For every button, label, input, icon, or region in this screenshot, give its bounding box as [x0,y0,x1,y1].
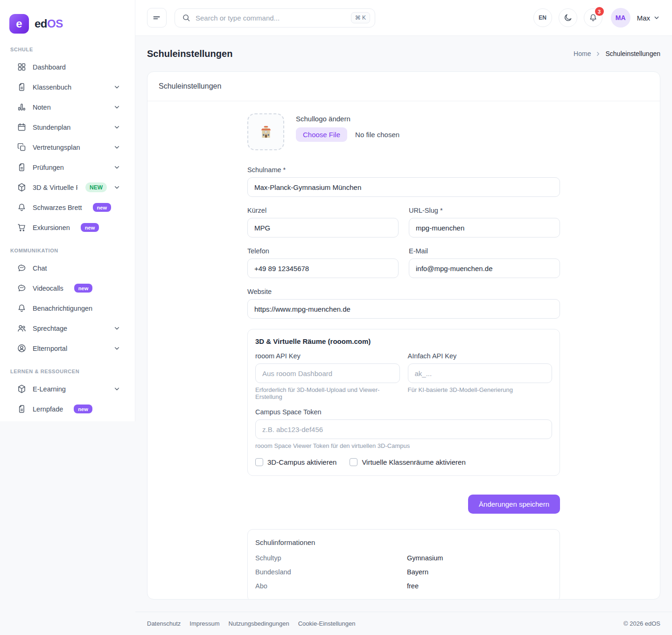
new-badge: new [93,203,111,212]
sidebar-item-exkursionen[interactable]: Exkursionen new [9,217,126,237]
breadcrumb-home-link[interactable]: Home [574,50,591,57]
campus-token-hint: rooom Space Viewer Token für den virtuel… [255,442,552,449]
breadcrumb: Home Schuleinstellungen [574,50,660,57]
checkbox-3d-campus: 3D-Campus aktivieren [255,458,336,466]
logo-label: Schullogo ändern [296,115,399,123]
schulname-label: Schulname * [247,166,560,174]
sidebar-item-3d-virtuelle-raeume[interactable]: 3D & Virtuelle Räu NEW [9,177,126,197]
sidebar-item-klassenbuch[interactable]: Klassenbuch [9,77,126,97]
website-input[interactable] [247,299,560,319]
footer-link-nutzungsbedingungen[interactable]: Nutzungsbedingungen [229,620,289,627]
user-menu[interactable]: Max [637,14,660,22]
school-info-panel: Schulinformationen Schultyp Gymnasium Bu… [247,529,560,600]
chat-icon [17,283,27,293]
field-campus-token: Campus Space Token rooom Space Viewer To… [255,408,552,449]
document-icon [17,404,27,414]
field-telefon: Telefon [247,247,399,278]
campus-token-input[interactable] [255,419,552,439]
field-schulname: Schulname * [247,166,560,197]
topbar-actions: EN 3 MA Max [533,8,660,28]
avatar[interactable]: MA [611,8,630,28]
info-row-schultyp: Schultyp Gymnasium [255,551,552,565]
bell-icon [17,202,27,212]
sidebar-item-videocalls[interactable]: Videocalls new [9,278,126,298]
chevron-down-icon [113,385,121,393]
save-button[interactable]: Änderungen speichern [468,495,560,514]
choose-file-button[interactable]: Choose File [296,127,347,142]
rooom-panel: 3D & Virtuelle Räume (rooom.com) rooom A… [247,329,560,476]
cart-icon [17,223,27,232]
cube-icon [17,384,27,394]
brand-name: edOS [35,17,63,30]
new-badge: new [81,223,99,232]
sidebar-item-schwarzes-brett[interactable]: Schwarzes Brett new [9,197,126,217]
ainfach-api-hint: Für KI-basierte 3D-Modell-Generierung [408,386,553,393]
menu-icon [152,13,162,23]
footer-link-cookie-einstellungen[interactable]: Cookie-Einstellungen [298,620,356,627]
copyright-text: © 2026 edOS [623,620,660,627]
sidebar-item-dashboard[interactable]: Dashboard [9,57,126,77]
chevron-down-icon [653,14,660,21]
chat-icon [17,263,27,273]
schulname-input[interactable] [247,177,560,197]
sidebar-toggle-button[interactable] [147,8,167,28]
new-badge: new [74,284,92,293]
language-button[interactable]: EN [533,8,552,27]
3d-campus-checkbox[interactable] [255,458,263,466]
rooom-api-hint: Erforderlich für 3D-Modell-Upload und Vi… [255,386,400,400]
campus-token-label: Campus Space Token [255,408,552,416]
chevron-down-icon [113,123,121,131]
field-kuerzel: Kürzel [247,207,399,237]
notification-count-badge: 3 [595,7,604,16]
chevron-down-icon [113,103,121,111]
search-input[interactable] [196,14,346,22]
virtuelle-klassenraeume-checkbox[interactable] [350,458,357,466]
field-ainfach-api-key: AInfach API Key Für KI-basierte 3D-Model… [408,352,553,400]
sidebar-item-pruefungen[interactable]: Prüfungen [9,157,126,177]
card-title: Schuleinstellungen [147,72,660,101]
sidebar-item-sprechtage[interactable]: Sprechtage [9,318,126,338]
sidebar-item-lernpfade[interactable]: Lernpfade new [9,399,126,419]
brand-icon: e [9,14,29,34]
moon-icon [563,13,573,22]
field-email: E-Mail [409,247,560,278]
sidebar-section-kommunikation: KOMMUNIKATION [10,248,126,253]
footer-link-impressum[interactable]: Impressum [189,620,219,627]
sidebar-item-stundenplan[interactable]: Stundenplan [9,117,126,137]
field-rooom-api-key: rooom API Key Erforderlich für 3D-Modell… [255,352,400,400]
telefon-input[interactable] [247,258,399,278]
page-header: Schuleinstellungen Home Schuleinstellung… [135,36,672,71]
user-circle-icon [17,343,27,353]
email-input[interactable] [409,258,560,278]
url-slug-label: URL-Slug * [409,207,560,214]
chevron-down-icon [113,324,121,332]
dark-mode-button[interactable] [559,8,577,27]
virtuelle-klassenraeume-checkbox-label: Virtuelle Klassenräume aktivieren [362,458,465,466]
rooom-api-input[interactable] [255,363,400,383]
school-logo-section: Schullogo ändern Choose File No file cho… [247,113,560,150]
footer-link-datenschutz[interactable]: Datenschutz [147,620,181,627]
brand-logo[interactable]: e edOS [9,14,126,34]
url-slug-input[interactable] [409,218,560,237]
chevron-down-icon [113,183,121,191]
kuerzel-input[interactable] [247,218,399,237]
new-badge: new [74,405,92,413]
breadcrumb-current: Schuleinstellungen [605,50,660,57]
sidebar-item-benachrichtigungen[interactable]: Benachrichtigungen [9,298,126,318]
notifications-button[interactable]: 3 [584,8,602,27]
bar-chart-icon [17,102,27,112]
footer: Datenschutz Impressum Nutzungsbedingunge… [135,612,672,635]
chevron-down-icon [113,163,121,171]
sidebar-item-elearning[interactable]: E-Learning [9,379,126,399]
chevron-down-icon [113,344,121,352]
topbar: ⌘ K EN 3 MA Max [135,0,672,36]
info-row-bundesland: Bundesland Bayern [255,565,552,579]
sidebar-item-elternportal[interactable]: Elternportal [9,338,126,358]
telefon-label: Telefon [247,247,399,255]
logo-upload-dropzone[interactable] [247,113,284,150]
sidebar-item-noten[interactable]: Noten [9,97,126,117]
ainfach-api-input[interactable] [408,363,553,383]
sidebar-item-chat[interactable]: Chat [9,258,126,278]
search-icon [182,13,191,22]
sidebar-item-vertretungsplan[interactable]: Vertretungsplan [9,137,126,157]
